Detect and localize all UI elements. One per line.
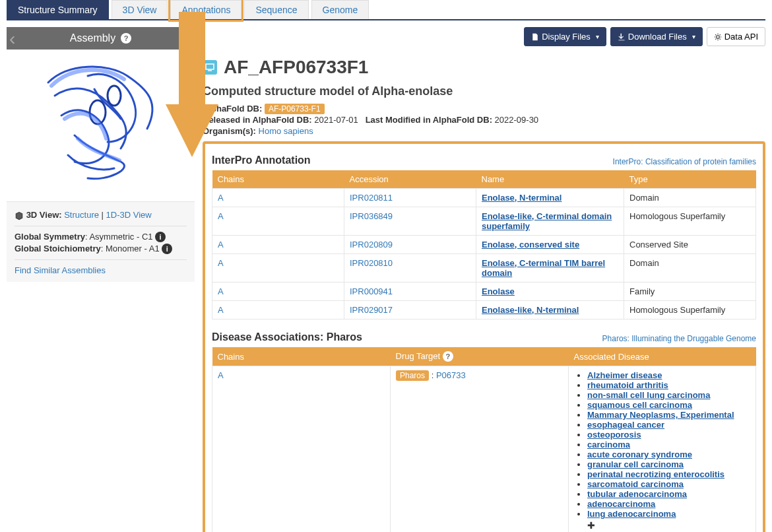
3d-view-label: 3D View: (26, 210, 62, 220)
action-button-row: Display Files Download Files Data API (203, 27, 765, 46)
list-item: osteoporosis (587, 430, 750, 440)
interpro-name-link[interactable]: Enolase, C-terminal TIM barrel domain (482, 258, 605, 278)
list-item: squamous cell carcinoma (587, 400, 750, 410)
meta-alphafold-db: AlphaFold DB: AF-P06733-F1 (203, 104, 765, 114)
disease-link[interactable]: Alzheimer disease (587, 370, 662, 380)
disease-link[interactable]: carcinoma (587, 440, 630, 449)
disease-link[interactable]: rheumatoid arthritis (587, 380, 668, 390)
disease-link[interactable]: Mammary Neoplasms, Experimental (587, 410, 734, 420)
disease-link[interactable]: tubular adenocarcinoma (587, 489, 687, 499)
interpro-name-link[interactable]: Enolase, N-terminal (482, 193, 562, 203)
disease-link[interactable]: acute coronary syndrome (587, 449, 692, 459)
tab-bar: Structure Summary 3D View Annotations Se… (7, 0, 765, 20)
accession-link[interactable]: IPR020811 (350, 193, 393, 203)
pharos-badge[interactable]: Pharos (396, 370, 429, 381)
disease-link[interactable]: lung adenocarcinoma (587, 509, 676, 519)
disease-link[interactable]: adenocarcinoma (587, 499, 655, 509)
info-icon[interactable]: i (162, 244, 172, 254)
tab-structure-summary[interactable]: Structure Summary (7, 0, 109, 19)
alphafold-db-badge[interactable]: AF-P06733-F1 (265, 104, 325, 114)
interpro-name-link[interactable]: Enolase-like, N-terminal (482, 305, 579, 315)
expand-icon[interactable]: ✚ (587, 520, 750, 531)
table-row: AIPR000941EnolaseFamily (212, 283, 756, 301)
disease-link[interactable]: granular cell carcinoma (587, 459, 684, 469)
help-icon[interactable]: ? (121, 33, 131, 44)
tab-annotations[interactable]: Annotations (170, 0, 241, 19)
pharos-side-link[interactable]: Pharos: Illuminating the Druggable Genom… (602, 334, 756, 343)
info-icon[interactable]: i (155, 232, 166, 242)
disease-link[interactable]: osteoporosis (587, 430, 641, 440)
accession-link[interactable]: IPR036849 (350, 211, 393, 221)
col-drug-target: Drug Target ? (391, 347, 569, 366)
chain-link[interactable]: A (218, 370, 224, 380)
list-item: Alzheimer disease (587, 370, 750, 380)
released-value: 2021-07-01 (314, 115, 358, 125)
tab-sequence[interactable]: Sequence (244, 0, 308, 19)
col-type: Type (624, 170, 756, 189)
svg-point-1 (108, 86, 121, 106)
chain-link[interactable]: A (218, 305, 224, 315)
download-files-label: Download Files (628, 32, 687, 42)
interpro-name-link[interactable]: Enolase, conserved site (482, 240, 579, 249)
accession-link[interactable]: IPR020809 (350, 240, 393, 249)
accession-link[interactable]: IPR000941 (350, 286, 393, 296)
interpro-side-link[interactable]: InterPro: Classification of protein fami… (613, 157, 756, 166)
chain-link[interactable]: A (218, 193, 224, 203)
entry-title: AF_AFP06733F1 (224, 57, 368, 78)
chain-link[interactable]: A (218, 211, 224, 221)
find-similar-link[interactable]: Find Similar Assemblies (15, 265, 106, 275)
download-files-button[interactable]: Download Files (610, 27, 703, 46)
list-item: rheumatoid arthritis (587, 380, 750, 390)
interpro-name-link[interactable]: Enolase-like, C-terminal domain superfam… (482, 211, 612, 231)
type-cell: Homologous Superfamily (624, 207, 756, 236)
pharos-heading: Disease Associations: Pharos (212, 331, 362, 343)
assembly-header: Assembly ? (7, 27, 195, 50)
help-icon[interactable]: ? (443, 351, 453, 362)
title-row: AF_AFP06733F1 (203, 53, 765, 82)
list-item: carcinoma (587, 440, 750, 449)
download-icon (618, 33, 626, 41)
gear-icon (714, 33, 722, 41)
list-item: granular cell carcinoma (587, 459, 750, 469)
chain-link[interactable]: A (218, 286, 224, 296)
structure-thumbnail[interactable] (7, 50, 195, 201)
disease-link[interactable]: esophageal cancer (587, 420, 664, 430)
tab-genome[interactable]: Genome (311, 0, 370, 19)
col-disease: Associated Disease (569, 347, 756, 366)
organism-link[interactable]: Homo sapiens (259, 126, 313, 136)
assembly-label: Assembly (70, 32, 115, 44)
back-chevron-icon[interactable]: ‹ (9, 30, 15, 48)
structure-link[interactable]: Structure (64, 210, 99, 220)
interpro-section-head: InterPro Annotation InterPro: Classifica… (212, 154, 756, 166)
disease-link[interactable]: sarcomatoid carcinoma (587, 479, 684, 489)
disease-link[interactable]: squamous cell carcinoma (587, 400, 692, 410)
accession-link[interactable]: IPR029017 (350, 305, 393, 315)
chain-link[interactable]: A (218, 258, 224, 268)
disease-link[interactable]: perinatal necrotizing enterocolitis (587, 469, 724, 479)
data-api-button[interactable]: Data API (707, 27, 765, 46)
chain-link[interactable]: A (218, 240, 224, 249)
svg-point-2 (716, 35, 719, 38)
accession-link[interactable]: IPR020810 (350, 258, 393, 268)
1d-3d-view-link[interactable]: 1D-3D View (106, 210, 152, 220)
disease-link[interactable]: non-small cell lung carcinoma (587, 390, 710, 400)
svg-rect-3 (206, 64, 214, 69)
left-info-box: 3D View: Structure | 1D-3D View Global S… (7, 201, 195, 282)
interpro-name-link[interactable]: Enolase (482, 286, 515, 296)
pharos-table: Chains Drug Target ? Associated Disease … (212, 347, 756, 532)
left-column: ‹ Assembly ? (7, 27, 195, 282)
table-row: AIPR036849Enolase-like, C-terminal domai… (212, 207, 756, 236)
global-stoich-label: Global Stoichiometry (15, 244, 101, 253)
drug-target-link[interactable]: P06733 (436, 370, 466, 380)
tab-3d-view[interactable]: 3D View (112, 0, 168, 19)
table-row: AIPR020809Enolase, conserved siteConserv… (212, 236, 756, 254)
col-chains: Chains (212, 170, 344, 189)
display-files-button[interactable]: Display Files (524, 27, 606, 46)
col-accession: Accession (344, 170, 476, 189)
pipe-separator: | (102, 210, 106, 220)
entry-subtitle: Computed structure model of Alpha-enolas… (203, 84, 765, 98)
type-cell: Conserved Site (624, 236, 756, 254)
tab-annotations-label: Annotations (181, 5, 230, 15)
pharos-section-head: Disease Associations: Pharos Pharos: Ill… (212, 331, 756, 343)
cube-icon (15, 211, 24, 220)
